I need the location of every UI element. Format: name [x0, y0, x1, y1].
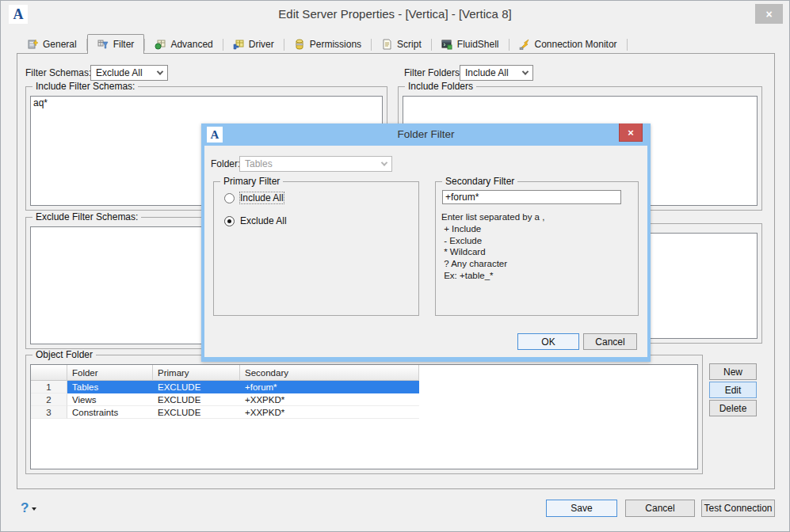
radio-unselected-icon — [224, 193, 235, 203]
table-row[interactable]: 2 Views EXCLUDE +XXPKD* — [31, 393, 697, 406]
close-icon: × — [765, 8, 772, 21]
exclude-all-radio[interactable]: Exclude All — [224, 215, 287, 226]
include-all-radio[interactable]: Include All — [224, 192, 284, 203]
help-line: + Include — [441, 223, 544, 235]
modal-cancel-button[interactable]: Cancel — [583, 333, 637, 350]
tab-script[interactable]: Script — [372, 35, 431, 54]
folder-select-value: Tables — [245, 158, 273, 169]
fluidshell-icon — [441, 39, 452, 50]
primary-filter-legend: Primary Filter — [220, 176, 283, 187]
modal-titlebar: A Folder Filter × — [201, 124, 651, 146]
tab-permissions-label: Permissions — [310, 39, 361, 50]
object-folder-legend: Object Folder — [32, 349, 96, 360]
window-title: Edit Server Properties - [Vertica] - [Ve… — [1, 7, 789, 21]
table-row[interactable]: 1 Tables EXCLUDE +forum* — [31, 381, 697, 393]
tab-permissions[interactable]: Permissions — [284, 35, 371, 54]
object-folder-group: Object Folder Folder Primary Secondary 1… — [25, 355, 703, 474]
tab-driver-label: Driver — [249, 39, 274, 50]
row-primary: EXCLUDE — [153, 393, 240, 406]
tab-filter-label: Filter — [113, 39, 135, 50]
delete-button[interactable]: Delete — [709, 400, 757, 416]
row-folder: Tables — [67, 381, 153, 393]
secondary-filter-group: Secondary Filter Enter list separated by… — [435, 181, 639, 316]
ok-button[interactable]: OK — [517, 333, 579, 350]
window-titlebar: A Edit Server Properties - [Vertica] - [… — [1, 1, 789, 28]
connection-monitor-icon — [519, 39, 530, 50]
filter-folders-label: Filter Folders: — [404, 67, 462, 78]
secondary-filter-legend: Secondary Filter — [442, 176, 517, 187]
close-icon: × — [628, 127, 634, 139]
include-filter-schemas-legend: Include Filter Schemas: — [32, 81, 138, 92]
include-folders-legend: Include Folders — [405, 81, 476, 92]
tab-general-label: General — [43, 39, 77, 50]
exclude-filter-schemas-legend: Exclude Filter Schemas: — [32, 211, 141, 222]
help-line: - Exclude — [441, 235, 544, 247]
table-header-secondary[interactable]: Secondary — [240, 365, 419, 381]
row-number: 2 — [31, 393, 67, 406]
secondary-filter-input[interactable] — [442, 190, 621, 204]
secondary-filter-help: Enter list separated by a , + Include - … — [441, 211, 544, 282]
tab-fluidshell-label: FluidShell — [457, 39, 499, 50]
driver-icon — [233, 39, 244, 50]
chevron-down-icon — [381, 159, 387, 165]
tab-filter[interactable]: Filter — [87, 34, 145, 54]
exclude-all-radio-label: Exclude All — [240, 215, 287, 226]
radio-selected-icon — [224, 216, 235, 226]
row-primary: EXCLUDE — [153, 381, 240, 393]
help-menu-button[interactable]: ? — [21, 501, 36, 515]
advanced-icon — [155, 39, 166, 50]
object-folder-table: Folder Primary Secondary 1 Tables EXCLUD… — [30, 364, 698, 469]
edit-server-properties-window: A Edit Server Properties - [Vertica] - [… — [0, 0, 790, 532]
tab-fluidshell[interactable]: FluidShell — [432, 35, 509, 54]
general-icon — [27, 39, 38, 50]
help-line: Enter list separated by a , — [441, 211, 544, 223]
test-connection-button[interactable]: Test Connection — [701, 500, 775, 517]
filter-folders-select[interactable]: Include All — [460, 65, 533, 81]
permissions-icon — [294, 39, 305, 50]
table-header-row: Folder Primary Secondary — [31, 365, 697, 381]
save-button[interactable]: Save — [546, 500, 617, 517]
filter-icon — [97, 39, 109, 50]
script-icon — [381, 39, 392, 50]
folder-filter-dialog: A Folder Filter × Folder: Tables Primary… — [201, 124, 651, 362]
primary-filter-group: Primary Filter Include All Exclude All — [213, 181, 419, 316]
row-primary: EXCLUDE — [153, 406, 240, 419]
window-close-button[interactable]: × — [755, 4, 783, 24]
tab-strip: General Filter Advanced Driver Permissio… — [17, 34, 628, 54]
table-row[interactable]: 3 Constraints EXCLUDE +XXPKD* — [31, 406, 697, 419]
filter-folders-value: Include All — [465, 67, 509, 78]
tab-separator — [627, 39, 628, 51]
tab-connection-monitor[interactable]: Connection Monitor — [509, 35, 627, 54]
row-secondary: +forum* — [240, 381, 419, 393]
tab-advanced[interactable]: Advanced — [145, 35, 222, 54]
help-icon: ? — [21, 501, 29, 515]
row-secondary: +XXPKD* — [240, 393, 419, 406]
filter-schemas-label: Filter Schemas: — [25, 67, 91, 78]
filter-schemas-value: Exclude All — [96, 67, 143, 78]
tab-advanced-label: Advanced — [170, 39, 212, 50]
modal-title: Folder Filter — [201, 128, 651, 140]
row-number: 1 — [31, 381, 67, 393]
row-folder: Constraints — [67, 406, 153, 419]
folder-label: Folder: — [211, 158, 240, 169]
row-number: 3 — [31, 406, 67, 419]
new-button[interactable]: New — [709, 363, 757, 380]
edit-button[interactable]: Edit — [709, 382, 757, 398]
table-header-num[interactable] — [31, 365, 67, 381]
modal-close-button[interactable]: × — [619, 124, 643, 142]
include-all-radio-label: Include All — [240, 192, 284, 203]
cancel-button[interactable]: Cancel — [625, 500, 695, 517]
help-line: ? Any character — [441, 258, 544, 270]
modal-body: Folder: Tables Primary Filter Include Al… — [204, 146, 647, 357]
table-header-primary[interactable]: Primary — [153, 365, 240, 381]
table-header-folder[interactable]: Folder — [67, 365, 153, 381]
caret-down-icon — [32, 507, 36, 511]
tab-driver[interactable]: Driver — [223, 35, 284, 54]
chevron-down-icon — [522, 68, 529, 74]
row-folder: Views — [67, 393, 153, 406]
tab-general[interactable]: General — [17, 35, 86, 54]
folder-select[interactable]: Tables — [239, 156, 392, 172]
row-secondary: +XXPKD* — [240, 406, 419, 419]
tab-script-label: Script — [397, 39, 422, 50]
filter-schemas-select[interactable]: Exclude All — [90, 65, 168, 81]
